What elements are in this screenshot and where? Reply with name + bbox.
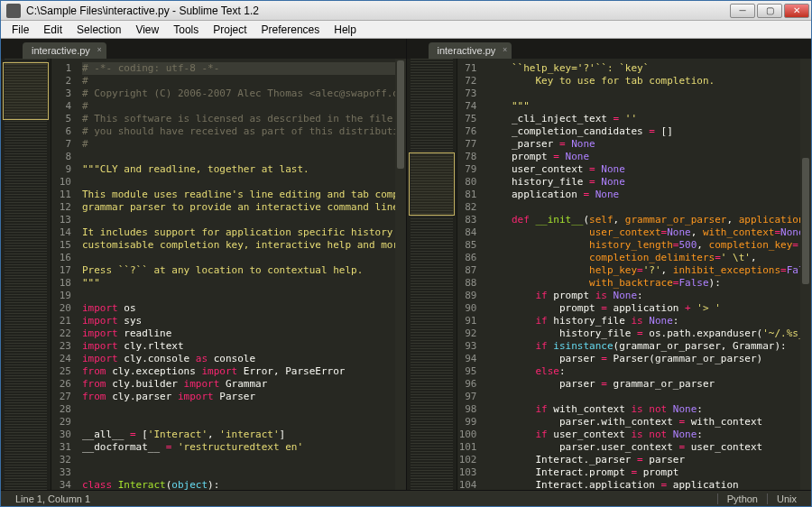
window-title: C:\Sample Files\interactive.py - Sublime… [24,5,730,17]
scrollbar-right[interactable] [800,59,811,490]
statusbar: Line 1, Column 1 Python Unix [1,490,811,506]
gutter-right: 71 72 73 74 75 76 77 78 79 80 81 82 83 8… [457,59,483,490]
minimap-right[interactable] [407,59,457,490]
close-icon[interactable]: × [503,45,507,54]
menu-view[interactable]: View [128,22,166,38]
close-icon[interactable]: × [97,45,102,54]
maximize-button[interactable]: ▢ [757,4,782,18]
menu-edit[interactable]: Edit [36,22,69,38]
code-left[interactable]: # -*- coding: utf-8 -*- # # Copyright (C… [77,59,395,490]
menu-tools[interactable]: Tools [166,22,206,38]
menu-preferences[interactable]: Preferences [254,22,328,38]
tab-row-right: interactive.py × [407,39,812,59]
status-encoding[interactable]: Unix [767,493,806,504]
minimap-left[interactable] [1,59,51,490]
app-icon [6,4,21,18]
menu-help[interactable]: Help [327,22,364,38]
tab-left-label: interactive.py [32,45,90,56]
close-button[interactable]: ✕ [784,4,809,18]
minimize-button[interactable]: ─ [730,4,755,18]
menu-project[interactable]: Project [206,22,254,38]
menu-selection[interactable]: Selection [69,22,128,38]
status-language[interactable]: Python [717,493,767,504]
pane-right: interactive.py × 71 72 73 74 75 76 77 78… [407,39,812,490]
tab-row-left: interactive.py × [1,39,406,59]
titlebar[interactable]: C:\Sample Files\interactive.py - Sublime… [1,1,811,21]
gutter-left: 1 2 3 4 5 6 7 8 9 10 11 12 13 14 15 16 1… [51,59,77,490]
status-position: Line 1, Column 1 [6,493,99,504]
pane-left: interactive.py × 1 2 3 4 5 6 7 8 9 10 11… [1,39,407,490]
workspace: interactive.py × 1 2 3 4 5 6 7 8 9 10 11… [1,39,811,490]
menu-file[interactable]: File [5,22,36,38]
tab-right[interactable]: interactive.py × [429,42,512,59]
tab-left[interactable]: interactive.py × [23,42,106,59]
menubar: File Edit Selection View Tools Project P… [1,21,811,39]
scrollbar-left[interactable] [395,59,406,490]
code-right[interactable]: ``help_key='?'``: `key` Key to use for t… [483,59,801,490]
tab-right-label: interactive.py [438,45,496,56]
